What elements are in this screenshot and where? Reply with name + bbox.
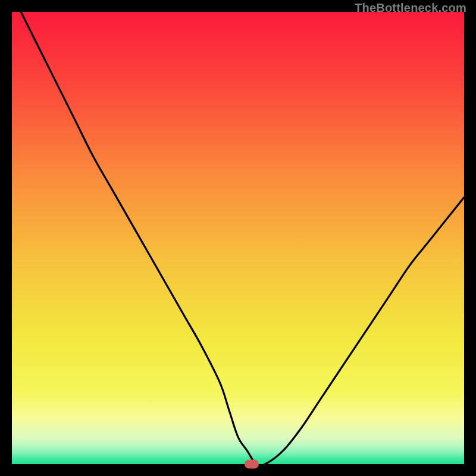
- chart-frame: TheBottleneck.com: [0, 0, 476, 476]
- optimal-marker-icon: [245, 460, 259, 469]
- bottleneck-curve: [12, 12, 464, 464]
- plot-area: [12, 12, 464, 464]
